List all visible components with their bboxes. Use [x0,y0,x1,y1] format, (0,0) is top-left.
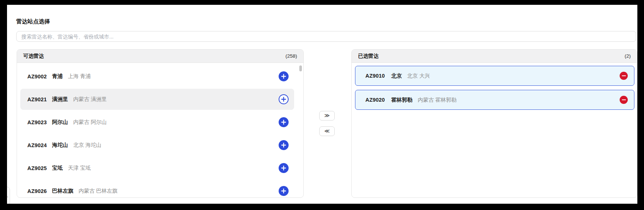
available-panel-header: 可选雷达 (258) [17,50,303,63]
add-radar-button[interactable] [279,117,289,127]
remove-radar-button[interactable] [620,96,628,104]
add-radar-button[interactable] [279,186,289,196]
radar-name: 巴林左旗 [52,187,73,194]
radar-name: 宝坻 [52,165,63,172]
selected-radar-card[interactable]: AZ9010 北京 北京 大兴 [355,66,634,86]
remove-radar-button[interactable] [620,72,628,80]
radar-id: AZ9026 [27,188,52,194]
plus-icon [281,166,286,170]
radar-location: 内蒙古 阿尔山 [73,119,107,126]
radar-name: 海坨山 [52,142,68,149]
double-chevron-right-icon: ≫ [324,112,330,118]
available-radar-row[interactable]: AZ9026 巴林左旗 内蒙古 巴林左旗 [20,180,294,198]
available-panel-title: 可选雷达 [23,53,44,60]
plus-icon [281,189,286,193]
move-all-left-button[interactable]: ≪ [319,126,335,136]
radar-location: 天津 宝坻 [68,165,91,172]
search-input[interactable] [16,31,636,42]
radar-location: 内蒙古 满洲里 [73,96,107,103]
radar-name: 霍林郭勒 [391,96,413,104]
radar-id: AZ9025 [27,165,52,171]
available-radars-panel: 可选雷达 (258) AZ9002 青浦 上海 青浦 AZ9021 [17,49,304,198]
plus-icon [281,143,286,148]
plus-icon [281,74,286,79]
plus-icon [281,120,286,125]
available-radar-row[interactable]: AZ9024 海坨山 北京 海坨山 [20,135,294,156]
selected-panel-count: (2) [625,53,631,59]
available-radar-row[interactable]: AZ9021 满洲里 内蒙古 满洲里 [20,89,294,110]
radar-id: AZ9024 [27,142,52,148]
edge-collapse-handle[interactable]: ‹ [7,187,10,204]
selected-panel-header: 已选雷达 (2) [352,50,637,63]
scrollbar-thumb[interactable] [299,65,302,71]
add-radar-button[interactable] [279,140,289,150]
radar-id: AZ9002 [27,74,52,79]
radar-id: AZ9023 [27,119,52,125]
page-title: 雷达站点选择 [16,18,50,25]
radar-id: AZ9010 [365,73,391,79]
radar-name: 阿尔山 [52,119,68,126]
add-radar-button[interactable] [279,163,289,173]
radar-id: AZ9020 [365,97,391,103]
radar-location: 上海 青浦 [68,73,91,80]
radar-location: 北京 海坨山 [73,142,102,149]
available-radars-list: AZ9002 青浦 上海 青浦 AZ9021 满洲里 内蒙古 满洲里 [17,63,303,198]
available-radar-row[interactable]: AZ9023 阿尔山 内蒙古 阿尔山 [20,112,294,133]
radar-name: 满洲里 [52,96,68,103]
available-panel-count: (258) [285,53,297,59]
radar-location: 内蒙古 霍林郭勒 [418,96,457,104]
available-radar-row[interactable]: AZ9002 青浦 上海 青浦 [20,66,294,87]
minus-icon [622,99,626,101]
minus-icon [622,75,626,77]
available-radar-row[interactable]: AZ9025 宝坻 天津 宝坻 [20,158,294,179]
selected-radar-card[interactable]: AZ9020 霍林郭勒 内蒙古 霍林郭勒 [355,90,634,110]
plus-icon [281,97,286,102]
radar-selection-dialog: 雷达站点选择 可选雷达 (258) AZ9002 青浦 上海 青浦 [7,5,637,204]
add-radar-button[interactable] [279,71,289,81]
radar-name: 北京 [391,72,402,79]
chevron-left-icon: ‹ [7,194,8,199]
radar-location: 北京 大兴 [407,72,430,79]
selected-panel-title: 已选雷达 [358,53,379,60]
selected-radars-panel: 已选雷达 (2) AZ9010 北京 北京 大兴 AZ9020 霍林郭勒 内蒙古… [351,49,637,198]
add-radar-button[interactable] [279,94,289,104]
selected-radars-list: AZ9010 北京 北京 大兴 AZ9020 霍林郭勒 内蒙古 霍林郭勒 [352,63,637,198]
radar-id: AZ9021 [27,96,52,102]
radar-name: 青浦 [52,73,63,80]
double-chevron-left-icon: ≪ [324,128,330,134]
radar-location: 内蒙古 巴林左旗 [79,187,118,194]
move-all-right-button[interactable]: ≫ [319,111,335,121]
